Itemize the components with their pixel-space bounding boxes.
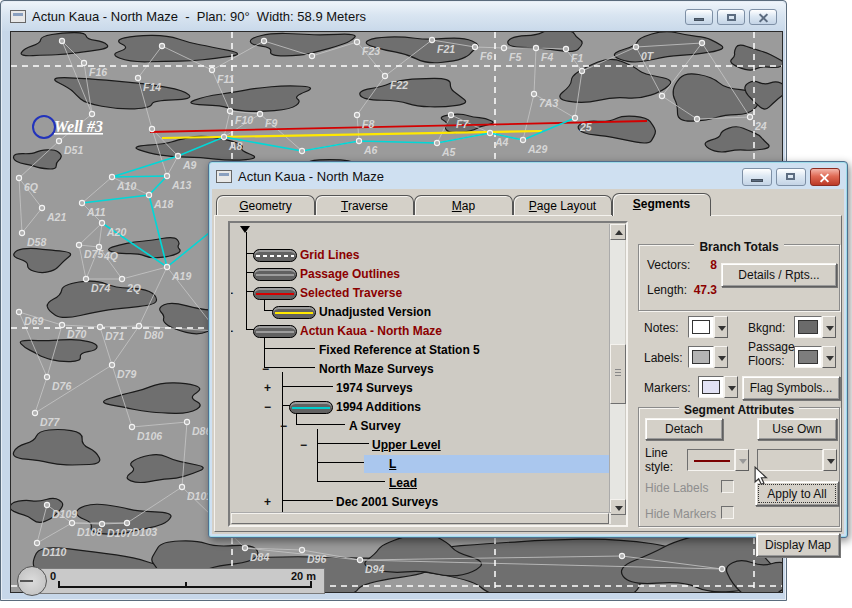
display-map-button[interactable]: Display Map	[756, 533, 840, 557]
survey-station[interactable]	[97, 324, 102, 329]
expand-icon[interactable]: +	[264, 380, 271, 396]
survey-station[interactable]	[89, 111, 94, 116]
collapse-icon[interactable]: −	[231, 285, 233, 301]
hide-labels-checkbox[interactable]	[721, 480, 734, 493]
survey-station[interactable]	[44, 502, 49, 507]
survey-station[interactable]	[261, 38, 266, 43]
passage-floors-color-well[interactable]	[794, 346, 822, 368]
detach-button[interactable]: Detach	[645, 418, 723, 440]
dialog-titlebar[interactable]: Actun Kaua - North Maze	[212, 164, 844, 189]
collapse-icon[interactable]: −	[264, 399, 271, 415]
survey-station[interactable]	[109, 362, 114, 367]
survey-station[interactable]	[96, 244, 101, 249]
survey-station[interactable]	[633, 44, 638, 49]
markers-dropdown-icon[interactable]	[724, 376, 738, 398]
tab-page-layout[interactable]: Page Layout	[513, 195, 612, 216]
collapse-icon[interactable]: −	[300, 437, 307, 453]
tree-item-grid-lines[interactable]: Grid Lines	[231, 246, 611, 265]
survey-station[interactable]	[531, 91, 536, 96]
scrollbar-thumb[interactable]	[610, 344, 626, 404]
survey-station[interactable]	[356, 138, 361, 143]
scroll-down-icon[interactable]	[610, 499, 626, 515]
survey-station[interactable]	[44, 374, 49, 379]
map-window-titlebar[interactable]: Actun Kaua - North Maze - Plan: 90° Widt…	[2, 2, 785, 31]
tree-item-a-survey[interactable]: −A Survey	[231, 417, 611, 436]
collapse-icon[interactable]: −	[262, 361, 269, 377]
survey-station[interactable]	[69, 520, 74, 525]
survey-station[interactable]	[119, 276, 124, 281]
tree-item-1994-additions[interactable]: −1994 Additions	[231, 398, 611, 417]
survey-station[interactable]	[56, 138, 61, 143]
minimize-icon[interactable]	[685, 9, 713, 25]
close-icon[interactable]	[749, 9, 777, 25]
color-style-dropdown-icon[interactable]	[823, 449, 837, 471]
maximize-icon[interactable]	[776, 168, 806, 186]
survey-station[interactable]	[79, 200, 84, 205]
survey-station[interactable]	[694, 116, 699, 121]
tree-item-actun-kaua-north-maze[interactable]: −Actun Kaua - North Maze	[231, 322, 611, 341]
survey-station[interactable]	[227, 108, 232, 113]
survey-station[interactable]	[619, 553, 624, 558]
tree-viewport[interactable]: Grid LinesPassage Outlines−Selected Trav…	[231, 224, 611, 515]
survey-station[interactable]	[99, 220, 104, 225]
survey-station[interactable]	[59, 38, 64, 43]
use-own-button[interactable]: Use Own	[757, 418, 837, 440]
hide-markers-checkbox[interactable]	[721, 506, 734, 519]
line-style-dropdown-icon[interactable]	[735, 449, 749, 471]
survey-station[interactable]	[164, 173, 169, 178]
tree-item-selected-traverse[interactable]: −Selected Traverse	[231, 284, 611, 303]
tab-geometry[interactable]: Geometry	[216, 195, 315, 216]
survey-station[interactable]	[572, 115, 577, 120]
survey-station[interactable]	[242, 545, 247, 550]
survey-station[interactable]	[159, 43, 164, 48]
survey-station[interactable]	[659, 93, 664, 98]
survey-station[interactable]	[124, 520, 129, 525]
survey-station[interactable]	[129, 424, 134, 429]
survey-station[interactable]	[520, 137, 525, 142]
bkgnd-color-well[interactable]	[794, 316, 822, 338]
survey-station[interactable]	[184, 419, 189, 424]
collapse-icon[interactable]: −	[280, 418, 287, 434]
survey-station[interactable]	[81, 60, 86, 65]
survey-station[interactable]	[299, 547, 304, 552]
scrollbar-thumb[interactable]	[231, 513, 609, 524]
tree-item-north-maze-surveys[interactable]: −North Maze Surveys	[231, 360, 611, 379]
survey-station[interactable]	[699, 40, 704, 45]
tree-root-icon[interactable]	[240, 226, 250, 233]
line-style-dropdown[interactable]	[687, 449, 735, 471]
survey-station[interactable]	[135, 75, 140, 80]
notes-dropdown-icon[interactable]	[714, 316, 728, 338]
survey-station[interactable]	[747, 114, 752, 119]
survey-station[interactable]	[164, 264, 169, 269]
scroll-up-icon[interactable]	[610, 224, 626, 240]
survey-station[interactable]	[354, 39, 359, 44]
survey-station[interactable]	[434, 140, 439, 145]
survey-station[interactable]	[309, 53, 314, 58]
survey-station[interactable]	[99, 521, 104, 526]
survey-station[interactable]	[83, 276, 88, 281]
survey-station[interactable]	[579, 68, 584, 73]
survey-station[interactable]	[299, 148, 304, 153]
labels-color-well[interactable]	[688, 346, 714, 368]
survey-station[interactable]	[382, 73, 387, 78]
survey-station[interactable]	[563, 46, 568, 51]
survey-station[interactable]	[59, 322, 64, 327]
tree-vertical-scrollbar[interactable]	[609, 224, 625, 515]
tree-item-fixed-reference-at-station-5[interactable]: Fixed Reference at Station 5	[231, 341, 611, 360]
tree-item-dec-2001-surveys[interactable]: +Dec 2001 Surveys	[231, 493, 611, 512]
survey-station[interactable]	[34, 540, 39, 545]
flag-symbols-button[interactable]: Flag Symbols...	[742, 376, 840, 400]
tab-segments[interactable]: Segments	[612, 193, 711, 216]
close-icon[interactable]	[810, 168, 840, 186]
passage-floors-dropdown-icon[interactable]	[822, 346, 836, 368]
tab-traverse[interactable]: Traverse	[315, 195, 414, 216]
survey-station[interactable]	[175, 153, 180, 158]
survey-station[interactable]	[146, 192, 151, 197]
survey-station[interactable]	[16, 309, 21, 314]
survey-station[interactable]	[357, 557, 362, 562]
survey-station[interactable]	[719, 566, 724, 571]
bkgnd-dropdown-icon[interactable]	[822, 316, 836, 338]
survey-station[interactable]	[257, 111, 262, 116]
minimize-icon[interactable]	[742, 168, 772, 186]
survey-station[interactable]	[209, 67, 214, 72]
